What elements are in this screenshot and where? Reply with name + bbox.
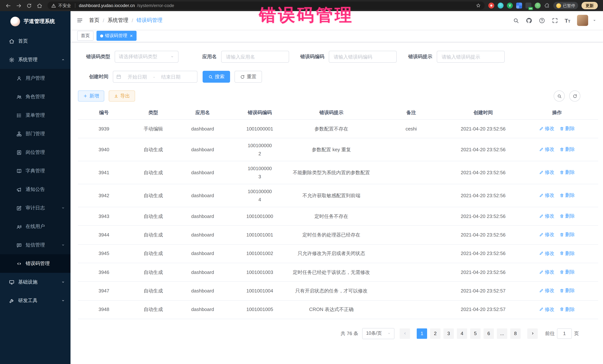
app-name-input[interactable]: [221, 51, 289, 63]
cell-id: 3942: [78, 184, 130, 207]
sidebar-item-0[interactable]: 首页: [0, 32, 70, 50]
page-ellipsis[interactable]: ...: [497, 328, 507, 339]
delete-link[interactable]: 删除: [560, 232, 575, 238]
browser-update-button[interactable]: 更新: [581, 2, 598, 9]
help-icon[interactable]: [539, 17, 545, 23]
edit-link[interactable]: 修改: [539, 269, 554, 275]
warning-icon: [51, 3, 56, 8]
edit-link[interactable]: 修改: [539, 125, 554, 132]
delete-link[interactable]: 删除: [560, 146, 575, 153]
sidebar-item-11[interactable]: 短信管理: [0, 236, 70, 254]
cell-actions: 修改删除: [516, 161, 598, 184]
prev-page-button[interactable]: [400, 328, 410, 339]
extension-icon-green-paw[interactable]: [535, 3, 541, 9]
sidebar-item-3[interactable]: 角色管理: [0, 88, 70, 106]
edit-link[interactable]: 修改: [539, 192, 554, 199]
sidebar-item-5[interactable]: 部门管理: [0, 124, 70, 143]
close-tab-icon[interactable]: ×: [130, 33, 133, 38]
page-button-4[interactable]: 4: [457, 328, 467, 339]
browser-reload-icon[interactable]: [24, 1, 33, 10]
paused-extension-chip[interactable]: 已暂停: [553, 2, 578, 9]
error-type-select[interactable]: 请选择错误码类型: [115, 51, 178, 63]
export-button[interactable]: 导出: [109, 90, 135, 101]
extension-icon-red[interactable]: [488, 3, 494, 9]
date-range-picker[interactable]: -: [113, 71, 197, 83]
edit-link[interactable]: 修改: [539, 232, 554, 238]
page-button-5[interactable]: 5: [470, 328, 481, 339]
edit-link[interactable]: 修改: [539, 250, 554, 256]
cell-actions: 修改删除: [516, 300, 598, 319]
cell-id: 3946: [78, 263, 130, 282]
app-logo[interactable]: 芋道管理系统: [0, 11, 70, 32]
search-button[interactable]: 搜索: [203, 71, 230, 83]
breadcrumb-system[interactable]: 系统管理: [108, 17, 128, 24]
delete-link[interactable]: 删除: [560, 169, 575, 176]
sidebar-item-10[interactable]: 在线用户: [0, 217, 70, 236]
cell-remark: [372, 263, 451, 282]
fullscreen-icon[interactable]: [552, 17, 558, 23]
error-code-input[interactable]: [329, 51, 397, 63]
tab-error-code[interactable]: 错误码管理 ×: [96, 31, 136, 41]
browser-home-icon[interactable]: [35, 1, 44, 10]
add-button[interactable]: 新增: [78, 90, 104, 101]
delete-link[interactable]: 删除: [560, 213, 575, 219]
sidebar-item-2[interactable]: 用户管理: [0, 69, 70, 88]
page-button-2[interactable]: 2: [430, 328, 441, 339]
cell-code: 1001000001: [229, 120, 291, 138]
browser-forward-icon[interactable]: [14, 1, 23, 10]
edit-link[interactable]: 修改: [539, 146, 554, 153]
edit-link[interactable]: 修改: [539, 213, 554, 219]
start-date-input[interactable]: [123, 74, 152, 80]
sidebar-item-9[interactable]: 审计日志: [0, 199, 70, 217]
reset-button[interactable]: 重置: [234, 71, 262, 83]
sidebar-item-13[interactable]: 基础设施: [0, 273, 70, 291]
sidebar-item-12[interactable]: 错误码管理: [0, 254, 70, 273]
page-size-select[interactable]: 10条/页: [362, 328, 394, 339]
font-size-icon[interactable]: TT: [565, 18, 570, 23]
chevron-down-icon: [387, 331, 391, 336]
extension-icon-on-badge[interactable]: [525, 3, 531, 9]
extension-icon-green-v[interactable]: [507, 3, 513, 9]
sidebar-item-8[interactable]: 通知公告: [0, 180, 70, 199]
chevron-down-icon[interactable]: [592, 18, 597, 23]
show-search-button[interactable]: [554, 90, 565, 101]
extensions-puzzle-icon[interactable]: [544, 3, 550, 9]
edit-link[interactable]: 修改: [539, 287, 554, 294]
cell-time: 2021-04-20 23:52:57: [451, 300, 516, 319]
sidebar-toggle-icon[interactable]: [76, 17, 83, 24]
delete-link[interactable]: 删除: [560, 192, 575, 199]
github-icon[interactable]: [526, 17, 532, 23]
sidebar-item-14[interactable]: 研发工具: [0, 291, 70, 310]
search-icon[interactable]: [513, 17, 519, 23]
delete-link[interactable]: 删除: [560, 306, 575, 312]
page-button-1[interactable]: 1: [417, 328, 427, 339]
list-icon: [16, 112, 22, 118]
sidebar-item-4[interactable]: 菜单管理: [0, 106, 70, 124]
page-button-8[interactable]: 8: [510, 328, 521, 339]
delete-link[interactable]: 删除: [560, 250, 575, 256]
edit-link[interactable]: 修改: [539, 169, 554, 176]
cell-id: 3947: [78, 282, 130, 300]
delete-link[interactable]: 删除: [560, 287, 575, 294]
page-button-6[interactable]: 6: [484, 328, 494, 339]
edit-link[interactable]: 修改: [539, 306, 554, 312]
goto-page-input[interactable]: [557, 328, 572, 339]
delete-link[interactable]: 删除: [560, 125, 575, 132]
tab-home[interactable]: 首页: [77, 31, 93, 41]
error-hint-input[interactable]: [437, 51, 505, 63]
breadcrumb-home[interactable]: 首页: [89, 17, 99, 24]
next-page-button[interactable]: [527, 328, 538, 339]
extension-icon-blue-grid[interactable]: [516, 3, 522, 9]
refresh-table-button[interactable]: [569, 90, 580, 101]
end-date-input[interactable]: [156, 74, 185, 80]
bookmark-star-icon[interactable]: [476, 3, 481, 8]
sidebar-item-6[interactable]: 岗位管理: [0, 143, 70, 162]
delete-link[interactable]: 删除: [560, 269, 575, 275]
sidebar-item-1[interactable]: 系统管理: [0, 50, 70, 69]
extension-icon-teal[interactable]: [498, 3, 504, 9]
avatar[interactable]: [577, 15, 588, 26]
cell-id: 3940: [78, 138, 130, 161]
page-button-3[interactable]: 3: [443, 328, 454, 339]
sidebar-item-7[interactable]: 字典管理: [0, 162, 70, 180]
browser-back-icon[interactable]: [4, 1, 13, 10]
